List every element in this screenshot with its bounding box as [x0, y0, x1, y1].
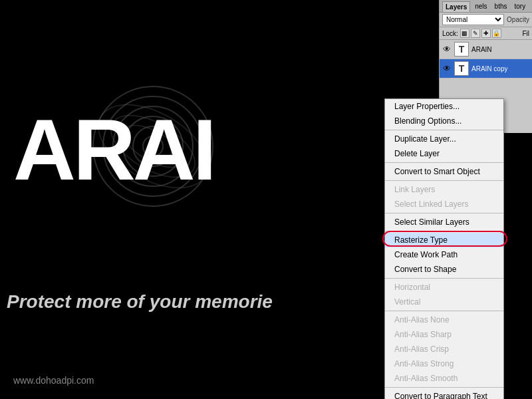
- blend-mode-select[interactable]: Normal: [442, 14, 504, 25]
- menu-vertical: Vertical: [385, 295, 503, 309]
- menu-convert-smart-object[interactable]: Convert to Smart Object: [385, 164, 503, 179]
- menu-divider-7: [385, 311, 503, 311]
- menu-divider-3: [385, 180, 503, 181]
- menu-anti-alias-strong: Anti-Alias Strong: [385, 356, 503, 371]
- menu-anti-alias-none: Anti-Alias None: [385, 313, 503, 327]
- lock-icons: ▩ ✎ ✚ 🔒: [460, 29, 501, 38]
- menu-divider-6: [385, 278, 503, 279]
- layer-thumbnail: T: [454, 42, 469, 57]
- canvas-area: ARAI Protect more of your memorie www.do…: [0, 0, 439, 399]
- context-menu: Layer Properties... Blending Options... …: [384, 98, 504, 399]
- layer-name-arain-copy: ARAIN copy: [471, 65, 507, 72]
- layers-tabs: Layers nels bths tory li: [440, 0, 532, 13]
- menu-select-linked-layers: Select Linked Layers: [385, 197, 503, 211]
- tab-nels[interactable]: nels: [472, 1, 489, 12]
- menu-divider-2: [385, 162, 503, 163]
- blend-mode-row: Normal Opacity: [440, 13, 532, 27]
- menu-anti-alias-smooth: Anti-Alias Smooth: [385, 371, 503, 386]
- lock-all-btn[interactable]: 🔒: [492, 29, 501, 38]
- menu-convert-to-shape[interactable]: Convert to Shape: [385, 262, 503, 277]
- watermark-text: www.dohoadpi.com: [13, 375, 94, 386]
- logo-text: ARAI: [13, 100, 214, 200]
- menu-anti-alias-sharp: Anti-Alias Sharp: [385, 327, 503, 342]
- lock-label: Lock:: [442, 30, 458, 37]
- lock-row: Lock: ▩ ✎ ✚ 🔒 Fil: [440, 27, 532, 40]
- lock-position-btn[interactable]: ✚: [481, 29, 491, 38]
- layer-name-arain: ARAIN: [471, 46, 492, 53]
- rasterize-row: Rasterize Type: [385, 233, 503, 247]
- menu-blending-options[interactable]: Blending Options...: [385, 114, 503, 128]
- menu-create-work-path[interactable]: Create Work Path: [385, 247, 503, 262]
- opacity-label: Opacity: [507, 16, 529, 23]
- lock-transparent-btn[interactable]: ▩: [460, 29, 469, 38]
- layer-row-arain[interactable]: 👁 T ARAIN: [440, 40, 532, 59]
- layer-row-arain-copy[interactable]: 👁 T ARAIN copy: [440, 59, 532, 78]
- tab-tory[interactable]: tory: [512, 1, 529, 12]
- menu-divider-4: [385, 213, 503, 213]
- menu-select-similar-layers[interactable]: Select Similar Layers: [385, 215, 503, 229]
- menu-rasterize-type[interactable]: Rasterize Type: [385, 233, 503, 247]
- protect-text: Protect more of your memorie: [7, 291, 273, 313]
- layer-visibility-eye[interactable]: 👁: [442, 45, 452, 54]
- fill-label: Fil: [522, 30, 529, 37]
- tab-layers[interactable]: Layers: [442, 1, 470, 12]
- layer-thumbnail-copy: T: [454, 61, 469, 76]
- layer-visibility-eye-copy[interactable]: 👁: [442, 64, 452, 73]
- menu-convert-paragraph-text[interactable]: Convert to Paragraph Text: [385, 389, 503, 399]
- menu-anti-alias-crisp: Anti-Alias Crisp: [385, 342, 503, 356]
- menu-link-layers: Link Layers: [385, 182, 503, 197]
- menu-divider-5: [385, 231, 503, 231]
- menu-delete-layer[interactable]: Delete Layer: [385, 146, 503, 161]
- lock-image-btn[interactable]: ✎: [471, 29, 480, 38]
- menu-divider-1: [385, 130, 503, 130]
- tab-bths[interactable]: bths: [492, 1, 510, 12]
- menu-duplicate-layer[interactable]: Duplicate Layer...: [385, 132, 503, 146]
- menu-layer-properties[interactable]: Layer Properties...: [385, 99, 503, 114]
- menu-horizontal: Horizontal: [385, 280, 503, 295]
- menu-divider-8: [385, 387, 503, 388]
